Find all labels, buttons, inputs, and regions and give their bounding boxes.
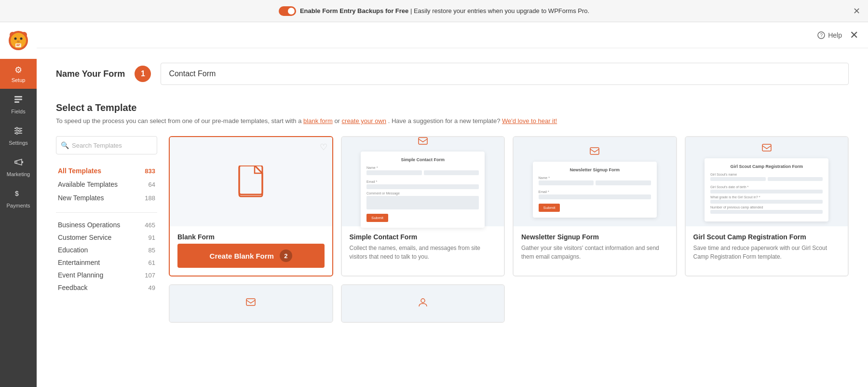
- newsletter-title: Newsletter Signup Form: [521, 233, 668, 241]
- filter-cat-event[interactable]: Event Planning 107: [56, 269, 157, 281]
- filter-cat-event-label: Event Planning: [58, 271, 103, 279]
- simple-contact-desc: Collect the names, emails, and messages …: [350, 244, 497, 261]
- filter-cat-business-label: Business Operations: [58, 221, 120, 229]
- select-template-desc: To speed up the process you can select f…: [56, 117, 849, 124]
- card5-preview: [170, 285, 332, 323]
- card6-icon: [418, 297, 428, 310]
- template-card-blank[interactable]: ♡ Blank Form Create Blank Form 2: [169, 136, 333, 276]
- filter-available-badge: 64: [149, 181, 155, 188]
- blank-card-body: Blank Form Create Blank Form 2: [170, 226, 332, 276]
- filter-cat-entertainment-label: Entertainment: [58, 259, 100, 266]
- template-grid: ♡ Blank Form Create Blank Form 2: [169, 136, 849, 323]
- help-button[interactable]: ? Help: [817, 31, 842, 39]
- sidebar-item-payments[interactable]: $ Payments: [0, 183, 37, 214]
- svg-point-17: [19, 130, 21, 132]
- svg-rect-28: [246, 299, 255, 305]
- filter-section-categories: Business Operations 465 Customer Service…: [56, 219, 157, 294]
- form-name-section: Name Your Form 1: [56, 63, 849, 85]
- create-own-link[interactable]: create your own: [342, 117, 387, 124]
- card5-icon: [245, 297, 256, 310]
- notif-divider: |: [410, 7, 414, 14]
- select-template-title: Select a Template: [56, 102, 849, 113]
- sidebar-item-fields[interactable]: Fields: [0, 89, 37, 120]
- girl-scout-title: Girl Scout Camp Registration Form: [693, 233, 841, 241]
- search-icon: 🔍: [61, 141, 69, 149]
- wpforms-logo: [8, 30, 29, 51]
- template-card-girl-scout[interactable]: Girl Scout Camp Registration Form Girl S…: [685, 136, 849, 276]
- sidebar-item-fields-label: Fields: [11, 109, 25, 114]
- filter-divider: [56, 212, 157, 213]
- step-1-circle: 1: [135, 66, 151, 82]
- filter-section-main: All Templates 833 Available Templates 64…: [56, 164, 157, 205]
- filter-cat-customer-service[interactable]: Customer Service 91: [56, 231, 157, 244]
- sidebar-item-marketing-label: Marketing: [7, 171, 30, 177]
- filter-available[interactable]: Available Templates 64: [56, 178, 157, 191]
- notif-close-button[interactable]: ✕: [853, 6, 860, 16]
- svg-rect-12: [14, 101, 19, 103]
- filter-cat-feedback[interactable]: Feedback 49: [56, 281, 157, 294]
- filter-cat-business-badge: 465: [145, 221, 155, 229]
- blank-form-icon: [237, 166, 264, 198]
- sidebar-item-payments-label: Payments: [7, 203, 30, 208]
- backup-toggle[interactable]: [279, 6, 296, 16]
- simple-contact-title: Simple Contact Form: [350, 233, 497, 241]
- newsletter-mini-btn: Submit: [539, 204, 560, 212]
- filter-cat-feedback-badge: 49: [149, 284, 155, 291]
- newsletter-icon: [589, 146, 600, 159]
- search-input[interactable]: [56, 136, 157, 154]
- filter-new-label: New Templates: [58, 194, 104, 202]
- template-card-5[interactable]: [169, 284, 333, 323]
- filter-cat-customer-service-label: Customer Service: [58, 234, 111, 241]
- search-wrap: 🔍: [56, 136, 157, 154]
- filter-cat-business[interactable]: Business Operations 465: [56, 219, 157, 231]
- payments-icon: $: [14, 189, 23, 201]
- svg-point-16: [16, 127, 18, 129]
- sidebar-item-settings[interactable]: Settings: [0, 120, 37, 152]
- notification-bar: Enable Form Entry Backups for Free | Eas…: [0, 0, 868, 22]
- setup-icon: ⚙: [14, 65, 22, 75]
- mini-submit-btn: Submit: [366, 214, 388, 222]
- form-name-input[interactable]: [161, 63, 849, 85]
- content-area: ? Help ✕ Name Your Form 1 Select a Templ…: [37, 22, 868, 387]
- girl-scout-preview: Girl Scout Camp Registration Form Girl S…: [686, 137, 848, 226]
- svg-rect-27: [762, 144, 771, 151]
- sidebar-item-setup[interactable]: ⚙ Setup: [0, 59, 37, 89]
- filter-panel: 🔍 All Templates 833 Available Templates …: [56, 136, 157, 323]
- filter-available-label: Available Templates: [58, 180, 118, 188]
- template-card-6[interactable]: [341, 284, 505, 323]
- simple-contact-body: Simple Contact Form Collect the names, e…: [342, 226, 504, 269]
- svg-rect-25: [419, 138, 427, 144]
- filter-cat-event-badge: 107: [145, 272, 155, 279]
- svg-text:$: $: [15, 190, 19, 197]
- template-browser: 🔍 All Templates 833 Available Templates …: [56, 136, 849, 323]
- girl-scout-icon: [761, 142, 772, 155]
- settings-icon: [14, 126, 23, 138]
- fields-icon: [14, 95, 23, 107]
- header-bar: ? Help ✕: [37, 22, 868, 48]
- blank-form-link[interactable]: blank form: [303, 117, 333, 124]
- svg-rect-26: [590, 148, 599, 154]
- blank-card-title: Blank Form: [177, 233, 325, 241]
- sidebar-item-marketing[interactable]: Marketing: [0, 152, 37, 183]
- filter-cat-feedback-label: Feedback: [58, 284, 87, 291]
- marketing-icon: [14, 157, 23, 169]
- blank-favorite-button[interactable]: ♡: [320, 142, 327, 152]
- filter-cat-customer-service-badge: 91: [149, 234, 155, 241]
- filter-all-templates[interactable]: All Templates 833: [56, 164, 157, 178]
- create-blank-button[interactable]: Create Blank Form 2: [177, 244, 325, 268]
- svg-point-29: [421, 299, 425, 303]
- suggestion-link[interactable]: We'd love to hear it!: [502, 117, 557, 124]
- card6-preview: [342, 285, 504, 323]
- filter-cat-entertainment[interactable]: Entertainment 61: [56, 256, 157, 269]
- girl-scout-desc: Save time and reduce paperwork with our …: [693, 244, 841, 261]
- newsletter-desc: Gather your site visitors' contact infor…: [521, 244, 668, 261]
- template-card-newsletter[interactable]: Newsletter Signup Form Name * Email * Su…: [513, 136, 677, 276]
- main-layout: ⚙ Setup Fields Settings Marketing $ Pay: [0, 22, 868, 387]
- sidebar-logo: [0, 22, 37, 59]
- help-label: Help: [828, 31, 842, 39]
- filter-new[interactable]: New Templates 188: [56, 191, 157, 205]
- template-card-simple-contact[interactable]: Simple Contact Form Name * Email * Comme…: [341, 136, 505, 276]
- create-blank-step: 2: [280, 249, 292, 262]
- header-close-button[interactable]: ✕: [850, 29, 858, 41]
- filter-cat-education[interactable]: Education 85: [56, 244, 157, 256]
